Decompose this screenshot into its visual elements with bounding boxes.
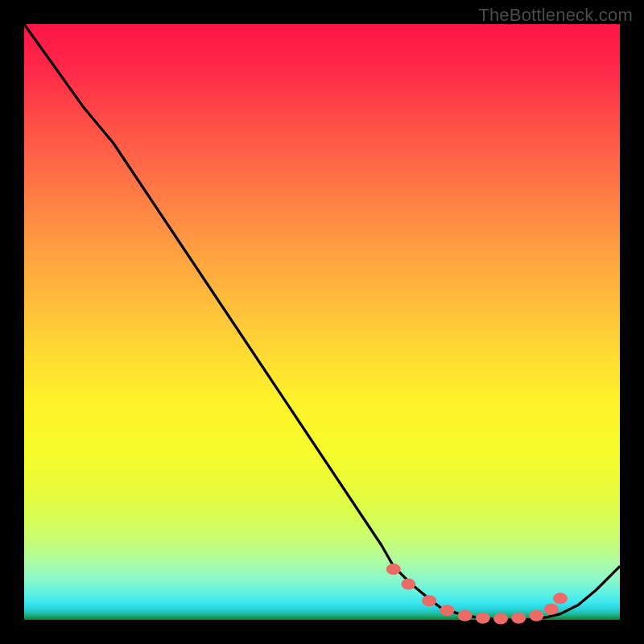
chart-svg (24, 24, 620, 620)
curve-markers (386, 564, 568, 624)
marker-dot (401, 579, 415, 590)
marker-dot (440, 605, 454, 616)
bottleneck-curve (24, 24, 620, 620)
marker-dot (529, 610, 543, 621)
marker-dot (422, 595, 436, 606)
marker-dot (544, 604, 559, 615)
marker-dot (476, 613, 490, 624)
marker-dot (458, 610, 473, 621)
chart-plot-area (24, 24, 620, 620)
marker-dot (386, 564, 401, 575)
marker-dot (493, 613, 508, 625)
marker-dot (511, 613, 526, 624)
marker-dot (553, 592, 568, 604)
watermark-text: TheBottleneck.com (478, 5, 633, 26)
